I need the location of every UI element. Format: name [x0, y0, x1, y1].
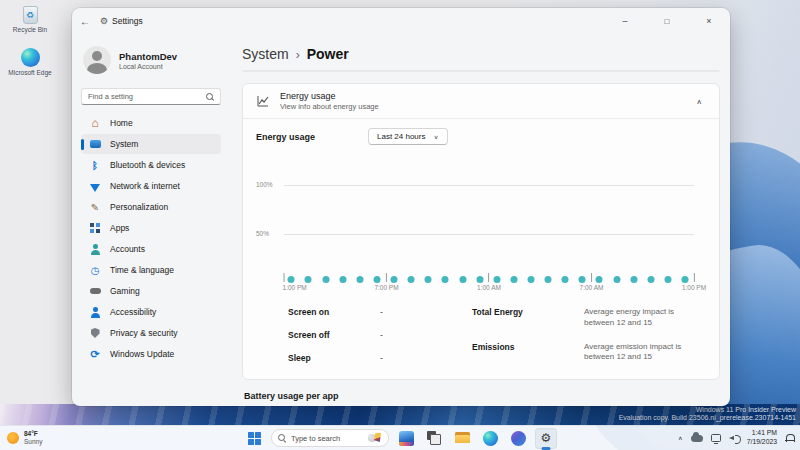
- energy-usage-label: Energy usage: [256, 132, 368, 142]
- sidebar-item-apps[interactable]: Apps: [81, 218, 221, 238]
- desktop-icons: ♻Recycle BinMicrosoft Edge: [2, 6, 58, 77]
- tray-time: 1:41 PM: [747, 429, 777, 438]
- tick-mark: [488, 273, 489, 282]
- tick-mark: [284, 273, 285, 282]
- data-point: [545, 276, 552, 283]
- data-point: [391, 276, 398, 283]
- insider-watermark: Windows 11 Pro Insider Preview Evaluatio…: [619, 406, 796, 424]
- desktop-icon-recycle-bin[interactable]: ♻Recycle Bin: [2, 6, 58, 34]
- stat-label: Screen off: [288, 330, 380, 340]
- window-controls: – □ ×: [604, 8, 730, 34]
- sidebar-item-network-internet[interactable]: Network & internet: [81, 176, 221, 196]
- minimize-button[interactable]: –: [604, 8, 646, 34]
- settings-taskbar-button[interactable]: ⚙: [535, 428, 557, 449]
- sidebar-item-home[interactable]: Home: [81, 113, 221, 133]
- desktop-icon-label: Microsoft Edge: [8, 69, 51, 77]
- scrolled-card-edge: [242, 70, 720, 72]
- y-axis-label-100: 100%: [256, 181, 273, 188]
- window-title: Settings: [112, 16, 143, 26]
- copilot-button[interactable]: [507, 428, 529, 449]
- energy-card-subtitle: View info about energy usage: [280, 102, 682, 111]
- stat-label: Sleep: [288, 353, 380, 363]
- find-a-setting-search[interactable]: [81, 88, 221, 105]
- energy-card-header[interactable]: Energy usage View info about energy usag…: [243, 84, 719, 118]
- time-range-value: Last 24 hours: [377, 132, 425, 141]
- data-point: [442, 276, 449, 283]
- start-button[interactable]: [243, 428, 265, 449]
- y-axis-label-50: 50%: [256, 230, 269, 237]
- active-indicator: [542, 447, 551, 450]
- content-area: System › Power Energy usage View info ab…: [230, 34, 730, 406]
- sidebar-item-accounts[interactable]: Accounts: [81, 239, 221, 259]
- edge-icon: [483, 431, 498, 446]
- time-language-icon: [89, 264, 101, 276]
- time-range-dropdown[interactable]: Last 24 hours ∨: [368, 128, 448, 145]
- user-name: PhantomDev: [119, 51, 177, 62]
- data-point: [288, 276, 295, 283]
- watermark-line2: Evaluation copy. Build 23506.ni_prerelea…: [619, 414, 796, 423]
- breadcrumb-chevron-icon: ›: [296, 48, 300, 62]
- edge-button[interactable]: [479, 428, 501, 449]
- stat-row-emissions: EmissionsAverage emission impact is betw…: [472, 342, 706, 364]
- sidebar-item-gaming[interactable]: Gaming: [81, 281, 221, 301]
- maximize-button[interactable]: □: [646, 8, 688, 34]
- sidebar-item-time-language[interactable]: Time & language: [81, 260, 221, 280]
- home-icon: [89, 117, 101, 129]
- stat-description: Average energy impact is between 12 and …: [584, 307, 706, 329]
- network-icon: [89, 180, 101, 192]
- sun-icon: [7, 432, 19, 444]
- gear-icon: ⚙: [541, 432, 552, 444]
- search-icon: [206, 93, 214, 101]
- titlebar[interactable]: ← ⚙ Settings – □ ×: [72, 8, 730, 34]
- data-point: [596, 276, 603, 283]
- tick-mark: [591, 273, 592, 282]
- sidebar-item-windows-update[interactable]: Windows Update: [81, 344, 221, 364]
- energy-stats: Screen on-Screen off-Sleep- Total Energy…: [243, 301, 719, 379]
- notification-bell-icon[interactable]: [785, 434, 794, 443]
- taskbar-search[interactable]: Type to search: [271, 429, 389, 447]
- breadcrumb: System › Power: [242, 46, 720, 62]
- sidebar-item-label: Personalization: [110, 202, 168, 212]
- sidebar-item-privacy-security[interactable]: Privacy & security: [81, 323, 221, 343]
- chevron-up-icon[interactable]: ∧: [692, 96, 706, 106]
- data-point: [476, 276, 483, 283]
- data-point: [339, 276, 346, 283]
- dev-home-button[interactable]: [395, 428, 417, 449]
- sidebar-item-label: Privacy & security: [110, 328, 178, 338]
- weather-widget[interactable]: 84°F Sunny: [7, 430, 42, 446]
- sidebar-item-bluetooth-devices[interactable]: Bluetooth & devices: [81, 155, 221, 175]
- onedrive-cloud-icon[interactable]: [691, 435, 703, 442]
- sidebar-item-personalization[interactable]: Personalization: [81, 197, 221, 217]
- find-setting-input[interactable]: [88, 92, 202, 101]
- user-account[interactable]: PhantomDev Local Account: [81, 42, 221, 78]
- chart-line-icon: [256, 94, 270, 108]
- data-point: [630, 276, 637, 283]
- accounts-icon: [89, 243, 101, 255]
- hidden-icons-chevron[interactable]: ∧: [678, 435, 683, 441]
- stat-value: -: [380, 307, 383, 317]
- desktop-icon-label: Recycle Bin: [13, 26, 47, 34]
- task-view-button[interactable]: [423, 428, 445, 449]
- desktop-icon-edge[interactable]: Microsoft Edge: [2, 48, 58, 77]
- sidebar-item-accessibility[interactable]: Accessibility: [81, 302, 221, 322]
- user-account-type: Local Account: [119, 63, 177, 70]
- data-point: [425, 276, 432, 283]
- file-explorer-button[interactable]: [451, 428, 473, 449]
- edge-icon: [21, 48, 40, 67]
- energy-stats-right: Total EnergyAverage energy impact is bet…: [472, 307, 706, 363]
- watermark-line1: Windows 11 Pro Insider Preview: [619, 406, 796, 415]
- network-icon[interactable]: [711, 434, 721, 442]
- stat-label: Screen on: [288, 307, 380, 317]
- sidebar-item-system[interactable]: System: [81, 134, 221, 154]
- energy-stats-left: Screen on-Screen off-Sleep-: [256, 307, 472, 363]
- weather-condition: Sunny: [24, 438, 42, 446]
- data-point: [562, 276, 569, 283]
- data-point: [459, 276, 466, 283]
- tray-clock[interactable]: 1:41 PM 7/19/2023: [747, 429, 777, 447]
- back-button[interactable]: ←: [72, 16, 98, 27]
- close-button[interactable]: ×: [688, 8, 730, 34]
- taskbar-search-placeholder: Type to search: [291, 434, 363, 443]
- breadcrumb-system[interactable]: System: [242, 46, 289, 62]
- x-axis-label: 1:00 AM: [477, 284, 501, 291]
- volume-icon[interactable]: [729, 434, 739, 443]
